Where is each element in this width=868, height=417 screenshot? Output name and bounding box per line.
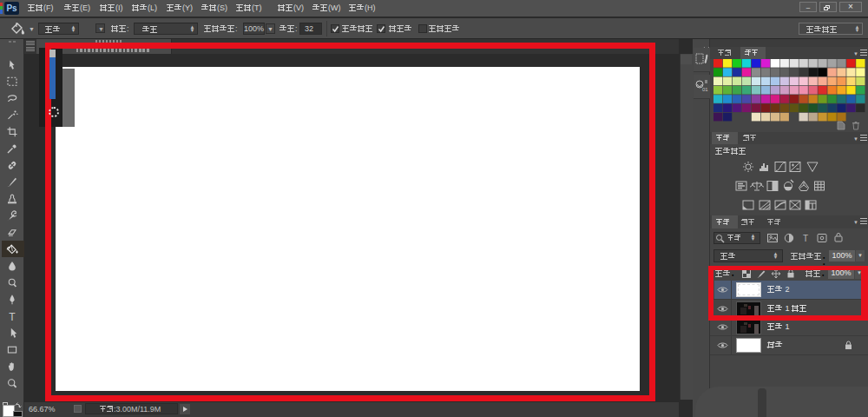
svg-text:T: T bbox=[803, 234, 808, 243]
svg-text:01: 01 bbox=[702, 87, 708, 92]
